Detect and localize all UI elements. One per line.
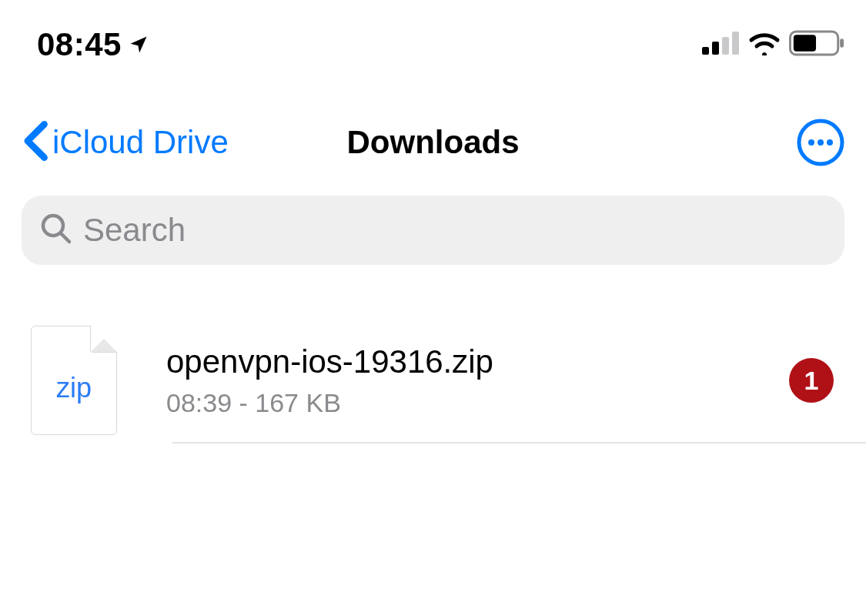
status-bar: 08:45 bbox=[0, 0, 866, 77]
file-subtitle: 08:39 - 167 KB bbox=[166, 388, 774, 418]
status-left: 08:45 bbox=[37, 26, 149, 63]
search-input[interactable] bbox=[83, 212, 826, 249]
row-divider bbox=[172, 442, 866, 444]
ellipsis-circle-icon bbox=[797, 119, 844, 166]
file-row[interactable]: zip openvpn-ios-19316.zip 08:39 - 167 KB… bbox=[22, 319, 866, 442]
svg-rect-3 bbox=[732, 32, 739, 55]
file-thumbnail: zip bbox=[28, 323, 120, 438]
more-button[interactable] bbox=[797, 119, 844, 166]
svg-rect-2 bbox=[722, 37, 729, 55]
page-title: Downloads bbox=[346, 124, 519, 161]
nav-bar: iCloud Drive Downloads bbox=[0, 100, 866, 185]
svg-rect-0 bbox=[702, 47, 709, 55]
svg-rect-1 bbox=[712, 42, 719, 55]
svg-point-8 bbox=[808, 139, 814, 146]
chevron-left-icon bbox=[22, 121, 49, 164]
file-list: zip openvpn-ios-19316.zip 08:39 - 167 KB… bbox=[0, 319, 866, 444]
zip-file-icon: zip bbox=[31, 326, 117, 435]
svg-point-10 bbox=[827, 139, 833, 146]
back-button[interactable]: iCloud Drive bbox=[22, 121, 229, 164]
search-bar[interactable] bbox=[22, 196, 844, 265]
svg-rect-6 bbox=[840, 38, 844, 48]
file-name: openvpn-ios-19316.zip bbox=[166, 343, 774, 380]
file-extension-label: zip bbox=[56, 372, 92, 404]
status-right bbox=[701, 30, 844, 59]
wifi-icon bbox=[747, 31, 781, 59]
back-label: iCloud Drive bbox=[52, 124, 229, 161]
status-time: 08:45 bbox=[37, 26, 122, 63]
location-arrow-icon bbox=[128, 31, 149, 59]
battery-icon bbox=[789, 30, 844, 59]
svg-rect-5 bbox=[794, 35, 816, 51]
file-meta: openvpn-ios-19316.zip 08:39 - 167 KB bbox=[166, 343, 774, 418]
search-icon bbox=[40, 213, 72, 248]
svg-point-9 bbox=[818, 139, 824, 146]
cellular-signal-icon bbox=[701, 32, 740, 58]
annotation-badge: 1 bbox=[789, 358, 834, 403]
svg-line-12 bbox=[61, 233, 69, 242]
